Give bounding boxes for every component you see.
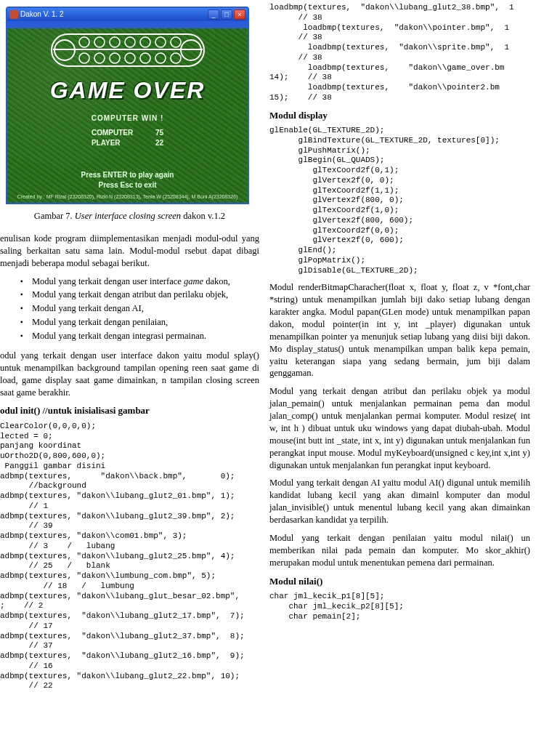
heading-display: Modul display	[269, 109, 530, 122]
para-nilai: Modul yang terkait dengan penilaian yait…	[269, 532, 530, 569]
code-loadbmp-continued: loadbmp(textures, "dakon\\lubang_glut2_3…	[269, 3, 530, 103]
bullet-post: dakon,	[203, 276, 230, 286]
ui-module-paragraph: odul yang terkait dengan user interface …	[0, 350, 259, 399]
bullet-text: Modul yang terkait dengan penilaian,	[32, 317, 168, 327]
credits: Created by : MF Rizal (23208320), Rizki …	[7, 193, 248, 200]
svg-point-4	[79, 37, 89, 47]
code-nilai: char jml_kecik_p1[8][5]; char jml_kecik_…	[269, 592, 530, 622]
titlebar: Dakon V. 1. 2 _ □ ×	[7, 8, 248, 21]
svg-point-16	[155, 53, 166, 63]
svg-point-6	[110, 37, 120, 47]
bullet-text: Modul yang terkait dengan AI,	[32, 303, 144, 313]
prompt-play-again: Press ENTER to play again	[7, 170, 248, 180]
heading-init: odul init() //untuk inisialisasi gambar	[0, 404, 259, 417]
maximize-button[interactable]: □	[221, 9, 232, 20]
scores: COMPUTER 75 PLAYER 22	[7, 128, 248, 148]
label-player: PLAYER	[92, 138, 142, 148]
window-title: Dakon V. 1. 2	[20, 9, 64, 20]
para-render: Modul renderBitmapCharacher(float x, flo…	[269, 281, 530, 379]
caption-suffix: dakon v.1.2	[181, 211, 225, 221]
game-body: GAME OVER COMPUTER WIN ! COMPUTER 75 PLA…	[7, 28, 248, 203]
code-display: glEnable(GL_TEXTURE_2D); glBindTexture(G…	[269, 126, 530, 276]
bullet-text: Modul yang terkait dengan atribut dan pe…	[32, 289, 228, 299]
heading-nilai: Modul nilai()	[269, 575, 530, 588]
svg-point-15	[140, 53, 150, 63]
bullet-item: Modul yang terkait dengan AI,	[20, 302, 259, 315]
bullet-list: Modul yang terkait dengan user interface…	[20, 276, 259, 342]
figure-caption: Gambar 7. User interface closing screen …	[0, 210, 259, 222]
score-player: 22	[155, 138, 163, 148]
score-computer: 75	[155, 128, 163, 138]
bullet-text: Modul yang terkait dengan user interface	[32, 276, 184, 286]
prompt: Press ENTER to play again Press Esc to e…	[7, 170, 248, 190]
dakon-board	[44, 28, 211, 72]
caption-label: Gambar 7.	[34, 211, 75, 221]
app-icon	[9, 10, 18, 19]
svg-point-9	[155, 37, 166, 47]
minimize-button[interactable]: _	[208, 9, 219, 20]
bullet-item: Modul yang terkait dengan user interface…	[20, 276, 259, 288]
right-column: loadbmp(textures, "dakon\\lubang_glut2_3…	[265, 0, 536, 756]
game-window: Dakon V. 1. 2 _ □ ×	[6, 7, 249, 204]
win-message: COMPUTER WIN !	[7, 113, 248, 124]
svg-point-5	[94, 37, 105, 47]
para-attr: Modul yang terkait dengan atribut dan pe…	[269, 385, 530, 471]
bullet-item: Modul yang terkait dengan integrasi perm…	[20, 330, 259, 342]
svg-point-12	[94, 53, 105, 63]
svg-point-14	[125, 53, 135, 63]
window-title-wrap: Dakon V. 1. 2	[9, 9, 64, 20]
svg-point-10	[171, 37, 181, 47]
svg-point-8	[140, 37, 150, 47]
prompt-exit: Press Esc to exit	[7, 180, 248, 190]
left-column: Dakon V. 1. 2 _ □ ×	[0, 0, 265, 756]
label-computer: COMPUTER	[92, 128, 142, 138]
code-init: ClearColor(0,0,0,0); lected = 0; panjang…	[0, 422, 259, 691]
svg-point-13	[110, 53, 120, 63]
para-ai: Modul yang terkait dengan AI yaitu modul…	[269, 477, 530, 526]
bullet-item: Modul yang terkait dengan atribut dan pe…	[20, 289, 259, 301]
bullet-text: Modul yang terkait dengan integrasi perm…	[32, 331, 206, 341]
bullet-italic: game	[184, 276, 203, 286]
caption-italic: User interface closing screen	[75, 211, 181, 221]
close-button[interactable]: ×	[234, 9, 245, 20]
svg-point-17	[171, 53, 181, 63]
window-buttons: _ □ ×	[208, 9, 245, 20]
svg-point-7	[125, 37, 135, 47]
svg-point-11	[79, 53, 89, 63]
bullet-item: Modul yang terkait dengan penilaian,	[20, 316, 259, 329]
page: Dakon V. 1. 2 _ □ ×	[0, 0, 536, 756]
game-over-text: GAME OVER	[7, 75, 248, 106]
intro-paragraph: enulisan kode program diimplementasikan …	[0, 233, 259, 270]
